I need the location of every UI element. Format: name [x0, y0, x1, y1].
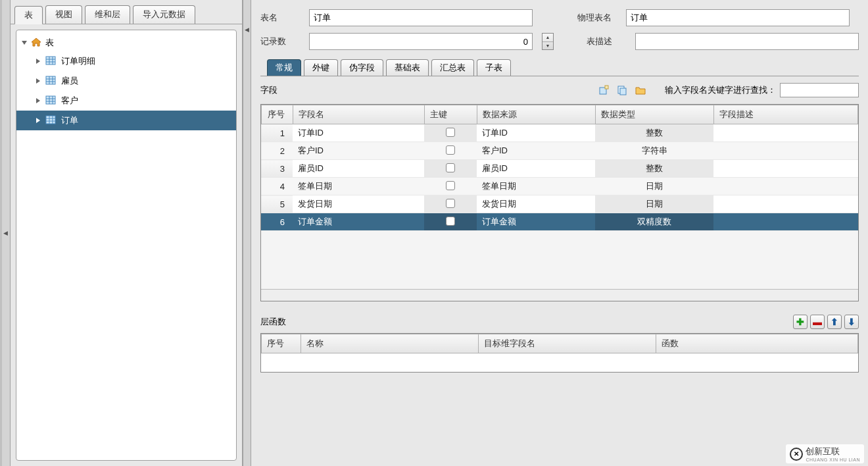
- desc-input[interactable]: [635, 33, 859, 50]
- cell-type: 日期: [595, 178, 713, 195]
- remove-func-button[interactable]: ▬: [810, 315, 825, 329]
- grid-scrollbar[interactable]: [261, 289, 858, 301]
- watermark: ✕ 创新互联 CHUANG XIN HU LIAN: [786, 444, 864, 463]
- tree-view: 表 订单明细雇员客户订单: [16, 30, 237, 461]
- sub-tab-1[interactable]: 外键: [304, 59, 338, 76]
- cell-name: 雇员ID: [293, 160, 424, 178]
- field-col-header[interactable]: 字段名: [293, 105, 425, 124]
- record-count-input[interactable]: [309, 33, 533, 50]
- tree-item-2[interactable]: 客户: [16, 91, 237, 111]
- table-icon: [45, 115, 56, 126]
- layer-col-header[interactable]: 序号: [262, 334, 301, 353]
- field-col-header[interactable]: 数据来源: [477, 105, 596, 124]
- tree-item-0[interactable]: 订单明细: [16, 51, 237, 71]
- cell-pk[interactable]: [424, 195, 477, 213]
- watermark-brand: 创新互联: [806, 446, 860, 457]
- cell-seq: 5: [261, 195, 293, 213]
- table-row[interactable]: 3雇员ID雇员ID整数: [261, 160, 858, 178]
- field-col-header[interactable]: 字段描述: [714, 105, 858, 124]
- cell-pk[interactable]: [424, 160, 477, 178]
- copy-field-icon[interactable]: [615, 83, 629, 97]
- phys-name-input[interactable]: [626, 9, 850, 26]
- cell-name: 发货日期: [293, 195, 424, 213]
- expand-icon: [36, 78, 40, 84]
- sub-tabs: 常规外键伪字段基础表汇总表子表: [260, 59, 859, 76]
- top-tab-2[interactable]: 维和层: [85, 5, 130, 24]
- expand-icon: [36, 98, 40, 103]
- cell-source: 订单ID: [477, 124, 595, 142]
- cell-seq: 6: [261, 213, 293, 231]
- table-row[interactable]: 6订单金额订单金额双精度数: [261, 213, 858, 231]
- tree-root[interactable]: 表: [16, 34, 237, 51]
- field-search-input[interactable]: [780, 83, 859, 97]
- table-row[interactable]: 5发货日期发货日期日期: [261, 195, 858, 213]
- cell-type: 双精度数: [595, 213, 713, 231]
- tree-item-1[interactable]: 雇员: [16, 71, 237, 91]
- tree-item-label: 雇员: [61, 75, 78, 87]
- cell-source: 雇员ID: [477, 160, 595, 178]
- cell-pk[interactable]: [424, 124, 477, 142]
- cell-source: 客户ID: [477, 142, 595, 160]
- cell-desc: [713, 124, 858, 142]
- cell-seq: 1: [261, 124, 293, 142]
- top-tab-1[interactable]: 视图: [45, 5, 82, 24]
- cell-desc: [713, 160, 858, 178]
- layer-col-header[interactable]: 目标维字段名: [479, 334, 656, 353]
- move-down-button[interactable]: ⬇: [844, 315, 859, 329]
- table-name-input[interactable]: [309, 9, 533, 26]
- layer-col-header[interactable]: 函数: [656, 334, 858, 353]
- tree-item-3[interactable]: 订单: [16, 111, 237, 130]
- cell-seq: 4: [261, 178, 293, 195]
- left-collapse-handle[interactable]: ◀: [2, 0, 11, 466]
- sub-tab-3[interactable]: 基础表: [386, 59, 429, 76]
- expand-icon: [22, 41, 27, 45]
- sub-tab-5[interactable]: 子表: [477, 59, 511, 76]
- cell-desc: [713, 178, 858, 195]
- cell-pk[interactable]: [424, 142, 477, 160]
- layer-col-header[interactable]: 名称: [301, 334, 479, 353]
- right-panel: 表名 物理表名 记录数 ▲▼ 表描述 常规外键伪字段基础表汇总表子表 字段: [251, 0, 868, 466]
- sub-tab-2[interactable]: 伪字段: [341, 59, 383, 76]
- cell-source: 发货日期: [477, 195, 595, 213]
- folder-icon[interactable]: [633, 83, 648, 97]
- table-icon: [45, 76, 56, 87]
- svg-rect-0: [46, 57, 55, 65]
- top-tab-3[interactable]: 导入元数据: [133, 5, 195, 24]
- sub-tab-0[interactable]: 常规: [267, 59, 301, 76]
- cell-type: 整数: [595, 124, 713, 142]
- field-col-header[interactable]: 数据类型: [596, 105, 714, 124]
- top-tab-0[interactable]: 表: [14, 6, 43, 24]
- tree-item-label: 客户: [61, 95, 78, 107]
- cell-type: 字符串: [595, 142, 713, 160]
- table-row[interactable]: 1订单ID订单ID整数: [261, 124, 858, 142]
- cell-pk[interactable]: [424, 178, 477, 195]
- cell-name: 签单日期: [293, 178, 424, 195]
- table-icon: [45, 56, 56, 67]
- svg-rect-15: [46, 116, 55, 124]
- cell-seq: 2: [261, 142, 293, 160]
- record-count-spinner[interactable]: ▲▼: [542, 33, 554, 50]
- move-up-button[interactable]: ⬆: [827, 315, 842, 329]
- add-func-button[interactable]: ✚: [793, 315, 808, 329]
- field-col-header[interactable]: 序号: [262, 105, 293, 124]
- watermark-logo-icon: ✕: [790, 448, 803, 461]
- home-icon: [31, 38, 41, 49]
- cell-name: 订单ID: [293, 124, 424, 142]
- field-grid: 序号字段名主键数据来源数据类型字段描述 1订单ID订单ID整数2客户ID客户ID…: [260, 104, 859, 301]
- expand-icon: [36, 118, 40, 123]
- cell-source: 订单金额: [477, 213, 595, 231]
- layer-func-grid: 序号名称目标维字段名函数: [260, 333, 859, 373]
- field-col-header[interactable]: 主键: [425, 105, 477, 124]
- tree-item-label: 订单: [61, 115, 78, 126]
- table-row[interactable]: 2客户ID客户ID字符串: [261, 142, 858, 160]
- table-row[interactable]: 4签单日期签单日期日期: [261, 178, 858, 195]
- add-field-icon[interactable]: [596, 83, 611, 97]
- table-name-label: 表名: [260, 12, 300, 24]
- cell-pk[interactable]: [424, 213, 477, 231]
- phys-name-label: 物理表名: [577, 12, 617, 24]
- cell-name: 客户ID: [293, 142, 424, 160]
- splitter-handle[interactable]: ◀: [243, 0, 251, 466]
- cell-type: 整数: [595, 160, 713, 178]
- cell-desc: [713, 195, 858, 213]
- sub-tab-4[interactable]: 汇总表: [431, 59, 474, 76]
